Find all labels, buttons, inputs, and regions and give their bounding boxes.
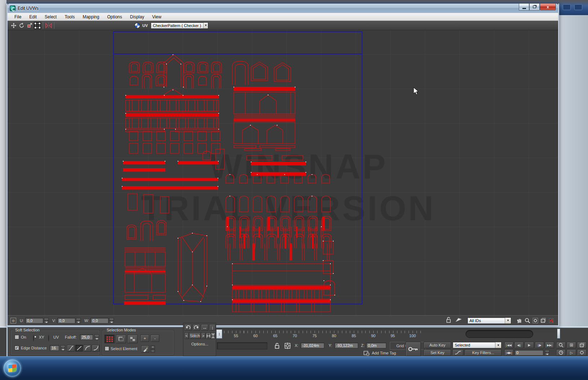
trackbar-vertical-icon[interactable]: ↕: [216, 329, 222, 339]
key-filters-button[interactable]: Key Filters...: [465, 349, 502, 356]
falloff-fast-button[interactable]: [84, 345, 91, 352]
soft-selection-on-checkbox[interactable]: [14, 335, 19, 339]
u-spinner[interactable]: [44, 318, 49, 324]
orbit-viewport-button[interactable]: [577, 349, 587, 356]
uv-editor-canvas[interactable]: WINSNAP TRIAL VERSION: [8, 30, 558, 315]
face-mode-button[interactable]: [128, 335, 138, 343]
v-field[interactable]: 0,0: [57, 318, 75, 324]
freeform-mode-icon[interactable]: [34, 22, 41, 29]
absolute-typein-icon[interactable]: ◎: [10, 318, 16, 324]
align-h-edges-icon[interactable]: [206, 332, 211, 339]
goto-start-button[interactable]: |◀◀: [504, 342, 513, 348]
xy-radio[interactable]: [33, 335, 34, 341]
restore-button[interactable]: [529, 4, 540, 10]
start-button[interactable]: [4, 359, 21, 377]
menu-file[interactable]: File: [10, 14, 25, 20]
falloff-field[interactable]: 25,0: [80, 334, 93, 340]
rotate-ccw-button[interactable]: [184, 324, 192, 331]
time-configuration-button[interactable]: [556, 349, 566, 356]
stitch-right-button[interactable]: >: [201, 332, 205, 339]
default-in-out-tangent-button[interactable]: [453, 349, 463, 356]
uv-space-label[interactable]: UV: [142, 23, 148, 28]
uv-radio[interactable]: [48, 335, 49, 341]
close-button[interactable]: x: [540, 4, 556, 10]
uv-islands-svg[interactable]: WINSNAP TRIAL VERSION: [8, 30, 558, 315]
menu-options[interactable]: Options: [103, 14, 126, 20]
menu-edit[interactable]: Edit: [25, 14, 41, 20]
checker-sphere-icon[interactable]: [134, 23, 140, 28]
zoom-to-selected-icon[interactable]: [548, 317, 555, 324]
stitch-left-button[interactable]: <: [184, 332, 189, 339]
key-mode-toggle[interactable]: |◀▶|: [504, 349, 513, 356]
options-label[interactable]: Options...: [191, 342, 208, 346]
xy-radio-label[interactable]: XY: [39, 335, 44, 339]
uv-radio-label[interactable]: UV: [53, 335, 59, 339]
menu-select[interactable]: Select: [41, 14, 61, 20]
edge-distance-field[interactable]: 16: [50, 345, 59, 351]
trackbar-scroll-handle[interactable]: [557, 329, 560, 339]
lock-selection-icon[interactable]: [446, 317, 451, 325]
falloff-smooth-button[interactable]: [67, 345, 75, 352]
paint-select-button[interactable]: [141, 345, 149, 353]
timeline-numbers[interactable]: 55 60 65 70 75 80 85 90 95 100: [226, 334, 421, 339]
title-bar[interactable]: Edit UVWs x: [8, 4, 558, 13]
mirror-tool-icon[interactable]: [45, 22, 52, 29]
frame-spinner[interactable]: [545, 350, 549, 356]
filter-faces-icon[interactable]: [455, 317, 462, 324]
add-time-tag[interactable]: Add Time Tag: [372, 351, 396, 355]
align-horizontal-button[interactable]: ↔: [201, 324, 208, 331]
edge-distance-spinner[interactable]: [61, 345, 65, 351]
select-element-label[interactable]: Select Element: [111, 347, 137, 351]
v-spinner[interactable]: [76, 318, 81, 324]
x-coord-field[interactable]: -31,024m: [300, 343, 324, 348]
select-element-checkbox[interactable]: [104, 346, 109, 351]
set-key-button[interactable]: Set Key: [424, 349, 451, 356]
current-frame-field[interactable]: 0: [514, 350, 543, 356]
grow-selection-button[interactable]: +: [141, 335, 149, 342]
prev-frame-button[interactable]: ◀||: [514, 342, 524, 348]
key-selection-dropdown[interactable]: Selected ▼: [453, 342, 502, 348]
minimize-button[interactable]: [519, 4, 529, 10]
pan-icon[interactable]: [516, 317, 523, 324]
u-field[interactable]: 0,0: [25, 318, 43, 324]
next-frame-button[interactable]: ||▶: [535, 342, 544, 348]
menu-mapping[interactable]: Mapping: [79, 14, 103, 20]
stitch-button[interactable]: Stitch: [189, 332, 201, 339]
align-vertical-button[interactable]: ↕: [209, 324, 215, 331]
timeline-ticks[interactable]: [224, 331, 424, 333]
auto-key-button[interactable]: Auto Key: [424, 342, 451, 348]
rotate-cw-button[interactable]: [193, 324, 200, 331]
menu-display[interactable]: Display: [126, 14, 148, 20]
menu-view[interactable]: View: [148, 14, 165, 20]
play-button[interactable]: ▶: [525, 342, 534, 348]
zoom-region-icon[interactable]: [532, 317, 539, 324]
align-v-edges-icon[interactable]: [211, 332, 215, 339]
zoom-viewport-button[interactable]: [556, 342, 566, 348]
edge-mode-button[interactable]: [116, 335, 126, 343]
w-field[interactable]: 0,0: [90, 318, 108, 324]
keyframe-key-button[interactable]: [406, 342, 421, 356]
pan-viewport-button[interactable]: ▷: [567, 349, 576, 356]
goto-end-button[interactable]: ▶▶|: [545, 342, 554, 348]
zoom-extents-button[interactable]: [577, 342, 587, 348]
paint-size-spinner[interactable]: +-: [151, 345, 155, 353]
falloff-slow-button[interactable]: [92, 345, 99, 352]
uv-island-prism[interactable]: [178, 233, 207, 302]
shrink-selection-button[interactable]: -: [151, 335, 159, 342]
scale-tool-icon[interactable]: [26, 22, 33, 29]
rotate-tool-icon[interactable]: [18, 22, 25, 29]
falloff-spinner[interactable]: [94, 334, 99, 340]
selection-lock-icon[interactable]: [274, 342, 280, 351]
w-spinner[interactable]: [109, 318, 114, 324]
zoom-extents-icon[interactable]: [540, 317, 547, 324]
absolute-mode-icon[interactable]: [284, 342, 291, 351]
y-coord-field[interactable]: -93,122m: [334, 343, 358, 348]
falloff-linear-button[interactable]: [75, 345, 83, 352]
move-tool-icon[interactable]: [10, 22, 17, 29]
zoom-icon[interactable]: [524, 317, 531, 324]
edge-distance-label[interactable]: Edge Distance: [21, 346, 47, 350]
vertex-mode-button[interactable]: [104, 335, 115, 343]
z-coord-field[interactable]: 0,0m: [366, 343, 386, 348]
edge-distance-checkbox[interactable]: ✓: [14, 345, 19, 350]
zoom-all-button[interactable]: ⊞: [567, 342, 576, 348]
